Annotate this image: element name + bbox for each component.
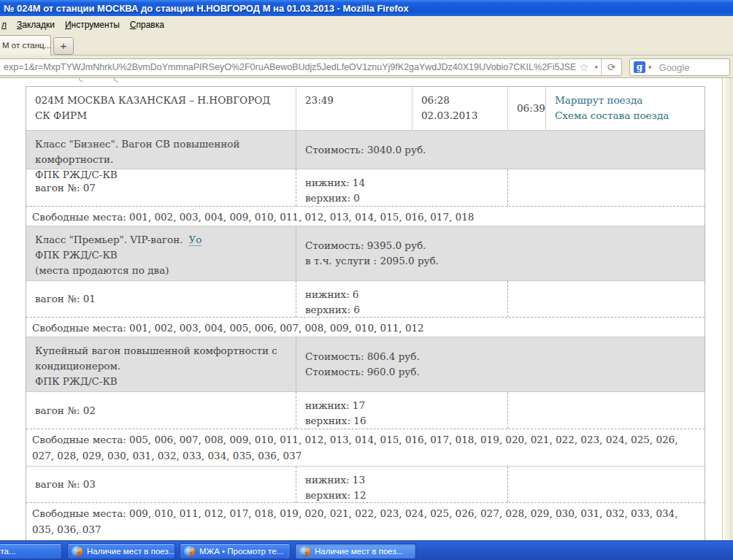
wagon-number-cell: вагон №: 01 <box>26 281 296 317</box>
uo-abbr-link[interactable]: Уо <box>189 234 202 246</box>
lower-berths: нижних: 17 <box>305 398 499 413</box>
train-info-row: 024М МОСКВА КАЗАНСКАЯ – Н.НОВГОРОД СК ФИ… <box>26 87 705 131</box>
upper-berths: верхних: 6 <box>305 302 499 318</box>
url-text[interactable]: exp=1&r=MxpTYWJmNhrkU%2BvmDoYmmnaPIRSeyO… <box>0 62 576 72</box>
wagon-row: вагон №: 01 нижних: 6 верхних: 6 <box>26 281 705 318</box>
train-route-link[interactable]: Маршрут поезда <box>555 93 696 108</box>
carrier-line: ФПК РЖД/С-КВ <box>35 374 287 389</box>
url-bar[interactable]: exp=1&r=MxpTYWJmNhrkU%2BvmDoYmmnaPIRSeyO… <box>0 58 622 76</box>
firefox-icon <box>184 546 195 557</box>
train-name-cell: 024М МОСКВА КАЗАНСКАЯ – Н.НОВГОРОД СК ФИ… <box>26 87 296 130</box>
tab-label: М от станц... <box>2 41 51 50</box>
window-title: № 024М от станции МОСКВА до станции Н.НО… <box>4 3 409 14</box>
free-seats-list: Свободные места: 005, 006, 007, 008, 009… <box>26 429 705 466</box>
class-line: Класс "Премьер". VIP-вагон.Уо <box>35 232 287 248</box>
taskbar-button-active[interactable]: Наличие мест в поез... <box>295 543 416 559</box>
berths-cell: нижних: 6 верхних: 6 <box>296 281 507 317</box>
upper-berths: верхних: 16 <box>305 413 499 429</box>
wagon-number-cell: вагон №: 02 <box>26 392 296 429</box>
class-description-cell: Класс "Премьер". VIP-вагон.Уо ФПК РЖД/С-… <box>26 226 296 280</box>
bookmark-star-icon[interactable]: ☆ <box>576 61 591 74</box>
desktop-screen: № 024М от станции МОСКВА до станции Н.НО… <box>0 0 733 560</box>
search-input[interactable] <box>655 62 729 73</box>
price-line: Стоимость: 806.4 руб. <box>305 349 696 364</box>
free-seats-list: Свободные места: 001, 002, 003, 004, 005… <box>26 318 705 337</box>
train-brand: СК ФИРМ <box>35 108 287 123</box>
taskbar-button[interactable]: е мест от ста... <box>0 543 62 559</box>
empty-cell <box>507 467 705 502</box>
free-seats-row: Свободные места: 001, 002, 003, 004, 005… <box>26 318 705 337</box>
empty-cell <box>507 169 705 206</box>
lower-berths: нижних: 6 <box>305 287 499 302</box>
class-row: Купейный вагон повышенной комфортности с… <box>26 337 705 392</box>
arrival-time: 06:28 <box>421 93 499 108</box>
free-seats-list: Свободные места: 001, 002, 003, 004, 009… <box>26 207 705 226</box>
price-cell: Стоимость: 3040.0 руб. <box>296 131 705 169</box>
search-bar[interactable]: g ▾ <box>629 58 730 76</box>
reload-button[interactable]: ⟳ <box>601 59 621 75</box>
navigation-toolbar: exp=1&r=MxpTYWJmNhrkU%2BvmDoYmmnaPIRSeyO… <box>0 55 733 78</box>
taskbar-button-label: МЖА • Просмотр те... <box>195 547 288 556</box>
class-description-cell: Класс "Бизнес". Вагон СВ повышенной комф… <box>26 131 296 169</box>
new-tab-button[interactable]: + <box>53 37 74 55</box>
free-seats-row: Свободные места: 009, 010, 011, 012, 017… <box>26 503 705 540</box>
free-seats-row: Свободные места: 001, 002, 003, 004, 009… <box>26 207 705 226</box>
class-line: Купейный вагон повышенной комфортности с… <box>35 343 287 374</box>
menu-item-tools[interactable]: Инструменты <box>60 18 125 32</box>
price-line: Стоимость: 9395.0 руб. <box>305 238 696 253</box>
lower-berths: нижних: 14 <box>305 175 499 191</box>
menu-bar: л Закладки Инструменты Справка <box>0 16 733 33</box>
tab-active[interactable]: М от станц... <box>0 35 51 55</box>
clipped-text-artifact <box>79 78 83 82</box>
urlbar-dropdown-icon[interactable]: ▾ <box>591 64 601 71</box>
taskbar-button[interactable]: МЖА • Просмотр те... <box>180 543 291 559</box>
class-row: Класс "Премьер". VIP-вагон.Уо ФПК РЖД/С-… <box>26 226 705 281</box>
wagon-row: вагон №: 07 нижних: 14 верхних: 0 <box>26 169 705 207</box>
taskbar-button-label: Наличие мест в поез... <box>310 547 407 556</box>
wagon-row: вагон №: 02 нижних: 17 верхних: 16 <box>26 392 705 429</box>
wagon-number-cell: вагон №: 07 <box>26 169 296 206</box>
empty-cell <box>507 281 705 317</box>
berths-cell: нижних: 14 верхних: 0 <box>296 169 507 206</box>
menu-item-help[interactable]: Справка <box>125 18 169 32</box>
google-search-icon[interactable]: g <box>634 61 645 73</box>
upper-berths: верхних: 0 <box>305 191 499 206</box>
page-content: 024М МОСКВА КАЗАНСКАЯ – Н.НОВГОРОД СК ФИ… <box>0 78 733 540</box>
clipped-text-artifact <box>114 78 118 82</box>
menu-item-bookmarks[interactable]: Закладки <box>12 18 60 32</box>
window-titlebar: № 024М от станции МОСКВА до станции Н.НО… <box>0 0 733 16</box>
empty-cell <box>507 392 705 429</box>
train-scheme-link[interactable]: Схема состава поезда <box>555 108 696 123</box>
class-description-cell: Купейный вагон повышенной комфортности с… <box>26 337 296 391</box>
duration-cell: 06:39 <box>507 87 545 130</box>
free-seats-list: Свободные места: 009, 010, 011, 012, 017… <box>26 503 705 540</box>
berths-cell: нижних: 13 верхних: 12 <box>296 467 507 502</box>
price-cell: Стоимость: 9395.0 руб. в т.ч. услуги : 2… <box>296 226 705 280</box>
vertical-scrollbar[interactable] <box>722 78 733 540</box>
arrival-cell: 06:28 02.03.2013 <box>412 87 507 130</box>
lower-berths: нижних: 13 <box>305 472 499 488</box>
firefox-icon <box>299 546 310 557</box>
carrier-line: ФПК РЖД/С-КВ <box>35 248 287 263</box>
tab-strip: М от станц... + <box>0 33 733 55</box>
taskbar-button-label: е мест от ста... <box>0 547 20 556</box>
taskbar-button[interactable]: Наличие мест в поез... <box>67 543 175 559</box>
upper-berths: верхних: 12 <box>305 488 499 503</box>
class-row: Класс "Бизнес". Вагон СВ повышенной комф… <box>26 131 705 169</box>
menu-item-history-partial[interactable]: л <box>0 18 12 32</box>
class-line-text: Класс "Премьер". VIP-вагон. <box>35 234 183 245</box>
class-line: Класс "Бизнес". Вагон СВ повышенной комф… <box>35 137 287 167</box>
wagon-number-cell: вагон №: 03 <box>26 467 296 502</box>
wagon-row: вагон №: 03 нижних: 13 верхних: 12 <box>26 467 705 503</box>
price-line: Стоимость: 960.0 руб. <box>305 364 696 380</box>
departure-time-cell: 23:49 <box>296 87 412 130</box>
price-line: Стоимость: 3040.0 руб. <box>305 142 696 158</box>
taskbar-button-label: Наличие мест в поез... <box>82 547 175 556</box>
note-line: (места продаются по два) <box>35 263 287 278</box>
taskbar: е мест от ста... Наличие мест в поез... … <box>0 540 733 560</box>
train-name: 024М МОСКВА КАЗАНСКАЯ – Н.НОВГОРОД <box>35 93 287 108</box>
free-seats-row: Свободные места: 005, 006, 007, 008, 009… <box>26 429 705 467</box>
search-engine-dropdown-icon[interactable]: ▾ <box>645 64 655 71</box>
service-price-line: в т.ч. услуги : 2095.0 руб. <box>305 253 696 269</box>
reload-icon: ⟳ <box>607 61 616 73</box>
